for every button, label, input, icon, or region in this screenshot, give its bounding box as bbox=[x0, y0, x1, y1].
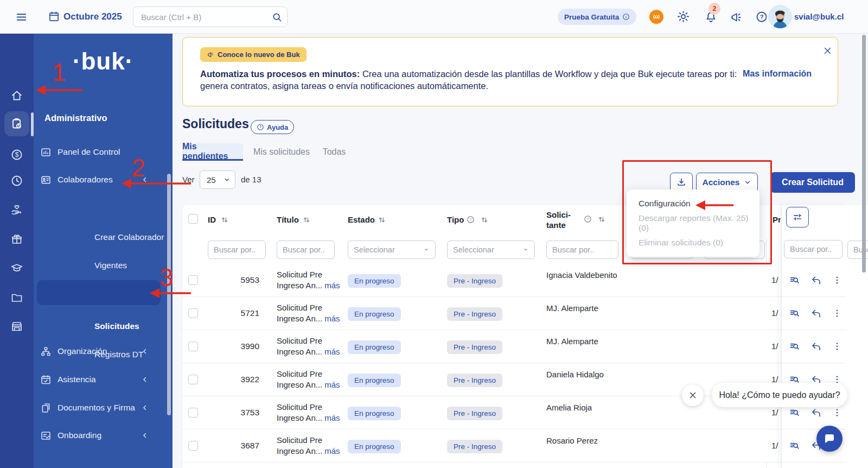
column-header-progreso-clipped[interactable]: Pr bbox=[773, 215, 781, 224]
hamburger-menu-icon[interactable] bbox=[15, 11, 28, 23]
menu-item-eliminar-solicitudes[interactable]: Eliminar solicitudes (0) bbox=[627, 233, 760, 252]
chat-greeting-bubble[interactable]: Hola! ¿Cómo te puedo ayudar? bbox=[712, 383, 847, 407]
page-scrollbar[interactable] bbox=[862, 35, 866, 273]
global-search[interactable] bbox=[133, 7, 288, 27]
user-avatar[interactable] bbox=[768, 5, 792, 29]
banner-close-icon[interactable] bbox=[823, 46, 832, 55]
return-reply-icon[interactable] bbox=[810, 341, 822, 352]
calendar-icon[interactable] bbox=[48, 10, 60, 23]
sort-icon[interactable] bbox=[481, 216, 488, 224]
chevron-left-icon bbox=[141, 376, 149, 383]
question-circle-icon[interactable]: ? bbox=[467, 216, 475, 224]
row-more-link[interactable]: más bbox=[324, 314, 340, 323]
sort-icon[interactable] bbox=[378, 216, 386, 224]
sidebar-item-organizacion[interactable]: Organización bbox=[40, 342, 165, 361]
estado-filter-select[interactable]: Seleccionar bbox=[348, 241, 436, 259]
announcements-megaphone-icon[interactable] bbox=[730, 11, 743, 24]
user-email-label[interactable]: svial@buk.cl bbox=[794, 12, 844, 21]
menu-item-descargar-reportes[interactable]: Descargar reportes (Max. 25) (0) bbox=[627, 213, 760, 233]
sidebar-item-onboarding[interactable]: Onboarding bbox=[40, 426, 165, 445]
sidebar-subitem-vigentes[interactable]: Vigentes bbox=[94, 257, 127, 274]
training-graduation-icon[interactable] bbox=[10, 262, 23, 275]
settings-gear-icon[interactable] bbox=[676, 10, 690, 23]
requests-clipboard-icon[interactable] bbox=[10, 117, 23, 130]
kebab-menu-icon[interactable] bbox=[832, 408, 842, 418]
per-page-select[interactable]: 25 bbox=[200, 170, 235, 189]
search-icon[interactable] bbox=[271, 11, 283, 23]
select-all-checkbox[interactable] bbox=[188, 214, 198, 224]
tab-mis-solicitudes[interactable]: Mis solicitudes bbox=[250, 143, 314, 161]
time-clock-icon[interactable] bbox=[10, 174, 23, 187]
row-id-cell: 3753 bbox=[204, 408, 259, 418]
return-reply-icon[interactable] bbox=[810, 308, 822, 319]
kebab-menu-icon[interactable] bbox=[832, 275, 842, 285]
view-detail-icon[interactable] bbox=[789, 308, 800, 319]
row-checkbox[interactable] bbox=[188, 308, 198, 318]
gifts-icon[interactable] bbox=[10, 233, 23, 246]
payroll-icon[interactable]: $ bbox=[10, 148, 23, 161]
view-detail-icon[interactable] bbox=[789, 275, 800, 286]
sidebar-scrollbar[interactable] bbox=[167, 174, 171, 415]
sidebar-item-asistencia[interactable]: Asistencia bbox=[40, 370, 165, 389]
titulo-filter-input[interactable] bbox=[277, 241, 335, 259]
sidebar-item-panel-de-control[interactable]: Panel de Control bbox=[40, 143, 165, 161]
solicitante-filter-input[interactable] bbox=[546, 241, 618, 259]
current-month-label[interactable]: Octubre 2025 bbox=[63, 11, 122, 22]
company-storefront-icon[interactable] bbox=[10, 320, 23, 333]
menu-item-configuracion[interactable]: Configuración bbox=[627, 194, 760, 213]
benefits-hand-heart-icon[interactable] bbox=[10, 204, 23, 217]
row-more-link[interactable]: más bbox=[324, 413, 340, 422]
column-settings-button[interactable] bbox=[786, 207, 809, 227]
row-checkbox[interactable] bbox=[188, 408, 198, 418]
help-icon[interactable]: ? bbox=[755, 10, 768, 23]
id-filter-input[interactable] bbox=[208, 241, 266, 259]
chat-dismiss-button[interactable] bbox=[682, 384, 704, 406]
row-more-link[interactable]: más bbox=[324, 281, 340, 290]
sidebar-subitem-crear-colaborador[interactable]: Crear Colaborador bbox=[94, 229, 164, 245]
column-header-titulo[interactable]: Título bbox=[277, 215, 299, 224]
kebab-menu-icon[interactable] bbox=[832, 308, 842, 318]
row-more-link[interactable]: más bbox=[324, 347, 340, 356]
trial-badge[interactable]: Prueba Gratuita bbox=[558, 9, 636, 25]
return-reply-icon[interactable] bbox=[810, 275, 822, 286]
estado-badge: En progreso bbox=[348, 440, 401, 453]
view-detail-icon[interactable] bbox=[789, 407, 800, 419]
tab-todas[interactable]: Todas bbox=[320, 143, 348, 161]
question-circle-icon[interactable]: ? bbox=[584, 215, 592, 223]
column-header-solicitante[interactable]: Solici-tante bbox=[546, 210, 571, 230]
row-more-link[interactable]: más bbox=[324, 380, 340, 389]
chat-launcher-button[interactable] bbox=[816, 426, 843, 452]
banner-more-info-link[interactable]: Mas información bbox=[743, 69, 812, 79]
sort-icon[interactable] bbox=[303, 216, 310, 224]
row-solicitante-cell: MJ. Alemparte bbox=[546, 303, 618, 314]
column-header-id[interactable]: ID bbox=[208, 215, 216, 224]
home-icon[interactable] bbox=[10, 89, 23, 102]
column-header-estado[interactable]: Estado bbox=[348, 215, 375, 224]
row-checkbox[interactable] bbox=[188, 375, 198, 384]
row-checkbox[interactable] bbox=[188, 275, 198, 285]
return-reply-icon[interactable] bbox=[810, 407, 822, 419]
files-folder-icon[interactable] bbox=[10, 291, 23, 304]
view-detail-icon[interactable] bbox=[789, 341, 800, 352]
sort-icon[interactable] bbox=[598, 216, 605, 223]
sidebar-item-documentos-y-firma[interactable]: Documentos y Firma bbox=[40, 399, 165, 417]
column-header-tipo[interactable]: Tipo bbox=[447, 215, 464, 224]
crear-solicitud-button[interactable]: Crear Solicitud bbox=[770, 172, 855, 193]
calendar-check-icon bbox=[40, 374, 52, 385]
sidebar-item-colaboradores[interactable]: Colaboradores bbox=[40, 170, 165, 189]
view-detail-icon[interactable] bbox=[789, 440, 800, 452]
sidebar-item-label: Onboarding bbox=[58, 431, 101, 440]
row-more-link[interactable]: más bbox=[324, 446, 340, 456]
row-checkbox[interactable] bbox=[188, 341, 198, 351]
tipo-filter-select[interactable]: Seleccionar bbox=[447, 241, 535, 259]
product-updates-icon[interactable] bbox=[649, 10, 663, 24]
row-actions bbox=[782, 297, 846, 330]
sort-icon[interactable] bbox=[221, 216, 228, 224]
sticky-filter-input[interactable] bbox=[784, 240, 843, 258]
tab-mis-pendientes[interactable]: Mis pendientes bbox=[182, 143, 243, 161]
sidebar-subitem-solicitudes[interactable]: Solicitudes bbox=[94, 318, 139, 334]
search-input[interactable] bbox=[140, 7, 265, 27]
help-badge[interactable]: ? Ayuda bbox=[251, 120, 294, 134]
row-checkbox[interactable] bbox=[188, 441, 198, 451]
kebab-menu-icon[interactable] bbox=[832, 341, 842, 351]
